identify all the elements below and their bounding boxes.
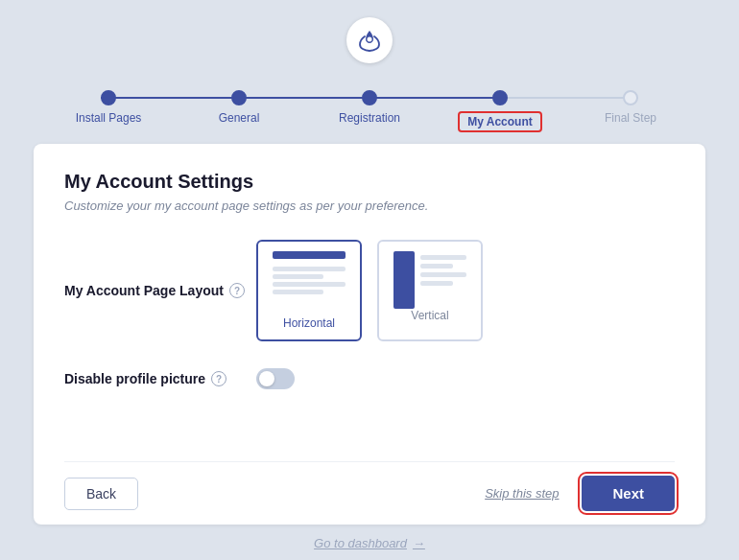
- main-card: My Account Settings Customize your my ac…: [34, 144, 705, 525]
- logo-area: [346, 17, 393, 63]
- wizard-steps: Install Pages General Registration My Ac…: [43, 73, 696, 132]
- skip-link[interactable]: Skip this step: [485, 486, 559, 501]
- h-line-2: [273, 274, 323, 279]
- layout-option-vertical[interactable]: Vertical: [377, 240, 483, 341]
- step-label-my-account: My Account: [458, 111, 542, 132]
- disable-profile-row: Disable profile picture ?: [64, 368, 675, 389]
- disable-profile-toggle[interactable]: [256, 368, 295, 389]
- toggle-knob: [259, 371, 274, 386]
- h-line-1: [273, 267, 346, 271]
- h-line-4: [273, 290, 323, 294]
- v-line-2: [420, 264, 453, 268]
- step-dot-registration: [362, 90, 377, 105]
- step-install-pages[interactable]: Install Pages: [43, 73, 174, 125]
- h-lines: [273, 267, 346, 294]
- v-col: [393, 251, 415, 309]
- step-label-final: Final Step: [605, 111, 656, 125]
- footer-right: Skip this step Next: [485, 476, 675, 511]
- layout-help-icon[interactable]: ?: [229, 283, 245, 298]
- h-bar: [273, 251, 346, 259]
- dashboard-link[interactable]: Go to dashboard →: [314, 536, 425, 550]
- step-dot-install: [101, 90, 116, 105]
- back-button[interactable]: Back: [64, 478, 138, 510]
- step-label-registration: Registration: [339, 111, 400, 125]
- v-line-1: [420, 255, 466, 260]
- layout-label-vertical: Vertical: [411, 309, 448, 322]
- layout-row: My Account Page Layout ? Horizontal: [64, 240, 675, 341]
- v-line-3: [420, 272, 466, 277]
- svg-point-0: [368, 37, 372, 42]
- layout-options: Horizontal Vertical: [256, 240, 483, 341]
- step-label-install: Install Pages: [76, 111, 142, 125]
- card-subtitle: Customize your my account page settings …: [64, 198, 675, 213]
- layout-option-horizontal[interactable]: Horizontal: [256, 240, 362, 341]
- step-general[interactable]: General: [174, 73, 304, 125]
- layout-label-horizontal: Horizontal: [283, 316, 335, 330]
- card-footer: Back Skip this step Next: [64, 461, 675, 525]
- v-line-4: [420, 281, 453, 286]
- step-final-step[interactable]: Final Step: [565, 73, 696, 125]
- step-label-general: General: [219, 111, 260, 125]
- disable-profile-label: Disable profile picture ?: [64, 371, 256, 386]
- layout-preview-horizontal: [273, 251, 346, 309]
- layout-preview-vertical: [393, 251, 466, 309]
- disable-profile-help-icon[interactable]: ?: [211, 371, 226, 386]
- logo-circle: [346, 17, 393, 63]
- v-lines: [420, 251, 466, 309]
- step-registration[interactable]: Registration: [304, 73, 435, 125]
- step-dot-final: [623, 90, 638, 105]
- card-title: My Account Settings: [64, 171, 675, 193]
- h-line-3: [273, 282, 346, 287]
- step-dot-general: [231, 90, 247, 105]
- step-my-account[interactable]: My Account: [435, 73, 565, 132]
- layout-label: My Account Page Layout ?: [64, 283, 256, 298]
- next-button[interactable]: Next: [582, 476, 675, 511]
- logo-icon: [356, 27, 383, 54]
- step-dot-my-account: [492, 90, 508, 105]
